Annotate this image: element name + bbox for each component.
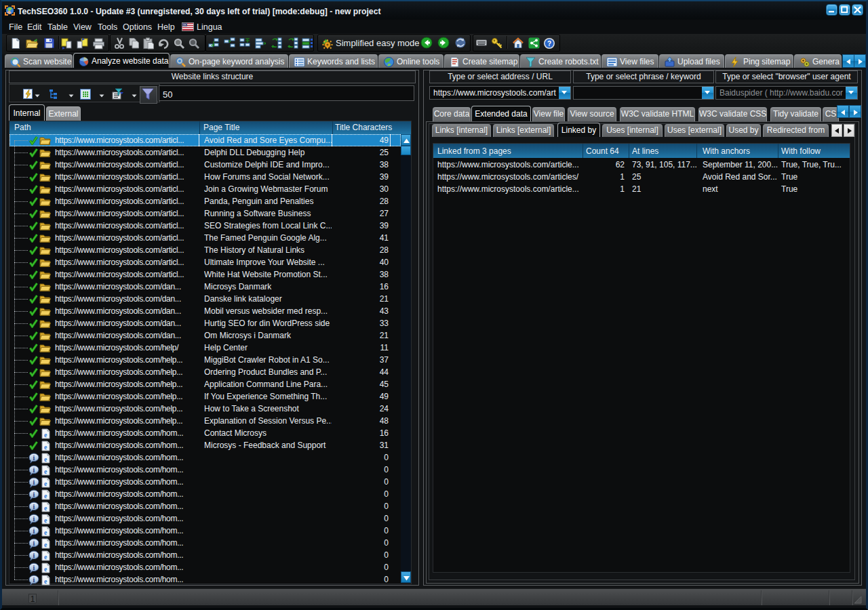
svg-text:e: e: [44, 541, 47, 548]
svg-text:i: i: [33, 503, 35, 510]
svg-text:e: e: [44, 529, 47, 536]
svg-text:e: e: [44, 504, 47, 512]
svg-text:i: i: [33, 454, 35, 462]
svg-text:i: i: [33, 466, 35, 474]
svg-text:e: e: [44, 516, 47, 524]
svg-text:i: i: [33, 576, 35, 584]
svg-text:e: e: [44, 492, 47, 500]
svg-text:e: e: [44, 480, 47, 487]
svg-text:e: e: [44, 553, 47, 561]
svg-text:i: i: [33, 479, 35, 486]
svg-text:e: e: [44, 455, 47, 463]
svg-text:?: ?: [547, 40, 551, 47]
svg-text:i: i: [33, 491, 35, 498]
svg-text:e: e: [44, 468, 47, 475]
svg-text:i: i: [33, 564, 35, 571]
svg-text:i: i: [33, 527, 35, 535]
svg-text:e: e: [44, 577, 47, 585]
svg-text:e: e: [44, 431, 47, 439]
svg-text:i: i: [33, 515, 35, 523]
svg-text:i: i: [33, 552, 35, 559]
svg-text:e: e: [44, 565, 47, 573]
svg-text:e: e: [44, 443, 47, 451]
svg-text:i: i: [33, 540, 35, 547]
